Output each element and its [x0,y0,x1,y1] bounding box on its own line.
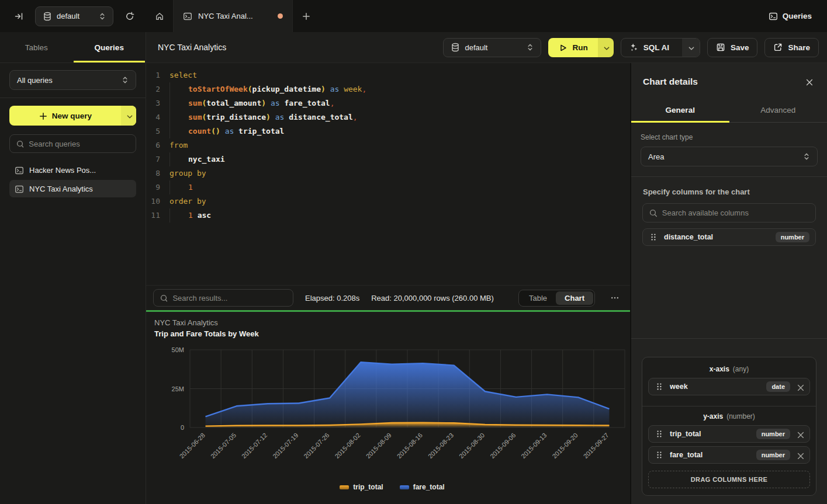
tab-title: NYC Taxi Anal... [198,12,272,20]
share-icon [773,43,783,52]
queries-filter-value: All queries [17,76,115,85]
search-results-input[interactable] [172,294,287,303]
refresh-button[interactable] [122,8,138,25]
column-item-distance_total[interactable]: distance_totalnumber [642,228,816,246]
x-axis-header: x-axis(any) [648,365,811,373]
svg-text:2015-09-13: 2015-09-13 [520,432,548,460]
queries-link[interactable]: Queries [753,0,827,32]
top-bar: default NYC Taxi Anal... Queries [0,0,827,32]
svg-text:2015-07-26: 2015-07-26 [302,432,330,460]
svg-text:2015-09-20: 2015-09-20 [551,432,579,460]
column-type-badge: number [756,429,790,439]
svg-text:2015-09-27: 2015-09-27 [582,432,610,460]
tab-advanced[interactable]: Advanced [729,99,827,122]
database-selector-top[interactable]: default [35,6,113,26]
search-queries-input[interactable] [29,140,130,148]
search-columns-input[interactable] [662,208,809,217]
tab-general[interactable]: General [631,99,729,122]
view-tab-chart[interactable]: Chart [556,291,593,305]
unsaved-dot [278,13,283,19]
search-queries-field[interactable] [9,134,136,153]
code-line: 3sum(total_amount) as fare_total, [146,96,630,110]
sidebar-tab-tables[interactable]: Tables [0,32,73,62]
svg-text:2015-08-30: 2015-08-30 [458,432,486,460]
database-selector-value: default [465,43,520,52]
column-item-week[interactable]: weekdate [648,378,810,395]
sidebar-divider [0,98,146,98]
drag-handle-icon[interactable] [655,429,664,439]
chart-details-panel: Chart details General Advanced Select ch… [630,63,827,504]
chart-type-label: Select chart type [641,133,818,141]
area-chart[interactable]: 025M50M2015-06-282015-07-052015-07-12201… [154,338,630,479]
drag-handle-icon[interactable] [649,232,658,242]
legend-item-fare_total[interactable]: fare_total [400,483,445,491]
column-name: week [670,383,760,391]
svg-text:2015-08-23: 2015-08-23 [427,432,455,460]
line-number: 6 [146,138,169,152]
line-number: 10 [146,194,169,208]
database-selector-value: default [57,12,92,20]
svg-text:25M: 25M [172,385,184,392]
chevron-updown-icon [802,152,811,161]
sql-ai-dropdown[interactable] [682,39,700,57]
panel-divider [631,176,827,177]
legend-swatch [400,485,409,489]
read-stat: Read: 20,000,000 rows (260.00 MB) [371,294,494,303]
drag-handle-icon[interactable] [655,382,664,391]
home-tab[interactable] [146,0,174,32]
elapsed-stat: Elapsed: 0.208s [305,294,359,303]
legend-item-trip_total[interactable]: trip_total [340,483,383,491]
column-item-trip_total[interactable]: trip_totalnumber [648,425,810,443]
chart-details-tabs: General Advanced [631,99,827,123]
query-list-item[interactable]: NYC Taxi Analytics [9,180,136,197]
chart-type-value: Area [648,152,797,161]
chart-subtitle: Trip and Fare Totals by Week [154,329,630,338]
search-icon [16,140,23,148]
database-selector-toolbar[interactable]: default [443,38,541,57]
new-query-dropdown[interactable] [121,106,136,126]
search-columns-field[interactable] [642,203,816,223]
run-button[interactable]: Run [548,38,613,57]
chart-details-title: Chart details [643,77,698,87]
code-line: 8group by [146,166,630,180]
close-panel-button[interactable] [802,75,815,88]
run-options-dropdown[interactable] [598,38,614,57]
svg-text:2015-08-16: 2015-08-16 [396,432,424,460]
chevron-updown-icon [98,12,107,21]
save-button[interactable]: Save [707,38,758,57]
view-tab-table[interactable]: Table [520,291,556,305]
column-item-fare_total[interactable]: fare_totalnumber [648,446,810,464]
search-results-field[interactable] [153,289,293,307]
remove-column-button[interactable] [796,451,804,459]
line-number: 3 [146,96,169,110]
svg-text:2015-08-09: 2015-08-09 [365,432,393,460]
sql-ai-button[interactable]: SQL AI [621,38,700,57]
sql-editor[interactable]: 1select2toStartOfWeek(pickup_datetime) a… [146,63,630,285]
sidebar-tab-queries[interactable]: Queries [73,32,146,62]
code-line: 6from [146,138,630,152]
refresh-icon [125,12,134,21]
chevron-updown-icon [525,43,535,52]
column-type-badge: date [766,381,790,392]
queries-filter-select[interactable]: All queries [9,70,136,90]
query-tab-active[interactable]: NYC Taxi Anal... [174,0,293,32]
remove-column-button[interactable] [796,383,804,391]
chevron-down-icon [125,112,133,120]
chart-legend: trip_totalfare_total [154,483,630,491]
chevron-down-icon [602,44,610,51]
collapse-sidebar-button[interactable] [11,8,27,25]
more-options-button[interactable] [607,293,623,303]
share-button[interactable]: Share [764,38,819,57]
query-list-item[interactable]: Hacker News Pos... [9,161,136,179]
queries-icon [769,12,778,21]
chart-type-select[interactable]: Area [641,147,818,166]
sql-ai-label: SQL AI [643,43,669,52]
new-tab-button[interactable] [293,0,320,32]
line-number: 11 [146,208,169,223]
remove-column-button[interactable] [796,430,804,438]
chevron-updown-icon [120,75,130,85]
drag-handle-icon[interactable] [655,450,664,460]
new-query-button[interactable]: New query [9,106,136,126]
tab-strip: NYC Taxi Anal... Queries [146,0,827,32]
drop-zone[interactable]: DRAG COLUMNS HERE [648,471,810,488]
